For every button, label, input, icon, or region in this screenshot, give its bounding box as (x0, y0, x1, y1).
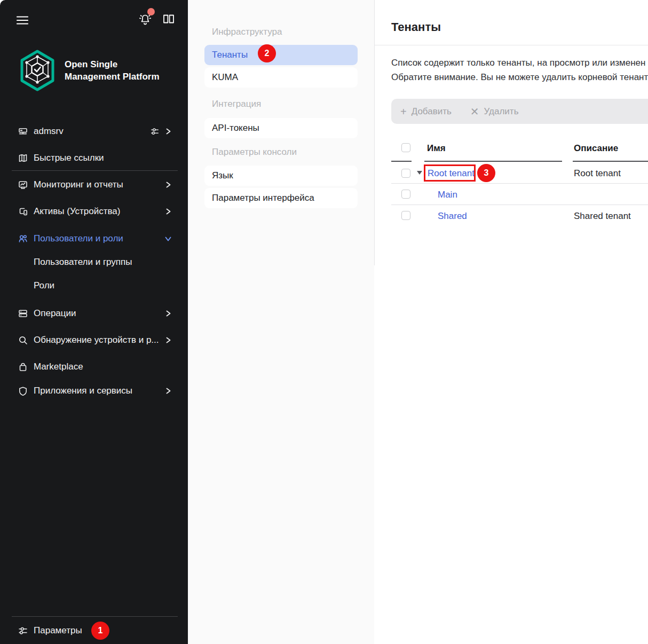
sidebar-item-label: Пользователи и роли (34, 233, 123, 244)
menu-group-infrastructure: Инфраструктура (212, 27, 282, 37)
shopping-bag-icon (18, 362, 28, 372)
sidebar-item-label: Параметры (34, 625, 82, 636)
select-all-checkbox[interactable] (401, 143, 410, 152)
sidebar-divider (12, 170, 178, 171)
menu-item-label: Язык (212, 170, 233, 181)
menu-item-tenants[interactable]: Тенанты (204, 45, 358, 65)
menu-toggle-button[interactable] (15, 13, 29, 27)
menu-item-kuma[interactable]: KUMA (204, 67, 358, 88)
header-underline (424, 161, 562, 162)
chevron-right-icon (164, 336, 172, 344)
devices-icon (18, 206, 28, 217)
chevron-right-icon (164, 310, 172, 317)
chevron-down-icon (164, 235, 172, 242)
sidebar-item-label: Пользователи и группы (34, 257, 132, 268)
menu-item-label: API-токены (212, 123, 259, 133)
annotation-step-1: 1 (91, 622, 109, 640)
sidebar-item-label: admsrv (34, 126, 64, 137)
app-window: Open Single Management Platform admsrv (0, 0, 648, 644)
table-toolbar: + Добавить ✕ Удалить (391, 99, 648, 124)
annotation-step-2: 2 (258, 44, 276, 62)
sidebar-item-label: Приложения и сервисы (34, 386, 132, 396)
sidebar-item-discovery[interactable]: Обнаружение устройств и р... (0, 327, 188, 354)
sidebar-item-assets[interactable]: Активы (Устройства) (0, 198, 188, 225)
app-title: Open Single Management Platform (65, 58, 160, 83)
row-divider (391, 183, 648, 184)
sidebar-item-users-groups[interactable]: Пользователи и группы (0, 249, 188, 276)
monitor-chart-icon (18, 179, 28, 190)
chevron-right-icon (164, 208, 172, 215)
notification-dot (147, 8, 155, 15)
tenant-link-shared[interactable]: Shared (438, 211, 467, 222)
sidebar-item-label: Операции (34, 308, 76, 319)
menu-item-interface[interactable]: Параметры интерфейса (204, 188, 358, 208)
server-icon (18, 126, 28, 137)
annotation-step-3: 3 (477, 164, 495, 182)
add-button-label: Добавить (412, 106, 452, 117)
description-line-1: Список содержит только тенанты, на просм… (391, 56, 648, 70)
menu-group-integration: Интеграция (212, 99, 261, 109)
help-book-icon[interactable] (161, 12, 176, 27)
sidebar-item-label: Активы (Устройства) (34, 206, 120, 217)
row-checkbox[interactable] (401, 190, 410, 199)
sidebar-item-label: Мониторинг и отчеты (34, 179, 123, 190)
sidebar-item-users-roles[interactable]: Пользователи и роли (0, 225, 188, 252)
close-icon: ✕ (470, 106, 479, 117)
sidebar-item-monitoring[interactable]: Мониторинг и отчеты (0, 171, 188, 198)
tenant-description: Root tenant (574, 168, 621, 179)
plus-icon: + (400, 106, 407, 117)
page-title: Тенанты (391, 20, 441, 34)
settings-menu-panel: Инфраструктура Тенанты KUMA Интеграция A… (188, 0, 374, 644)
sidebar-item-admsrv[interactable]: admsrv (0, 118, 188, 145)
delete-button[interactable]: ✕ Удалить (470, 106, 519, 117)
sidebar-item-label: Быстрые ссылки (34, 153, 104, 163)
menu-item-api-tokens[interactable]: API-токены (204, 118, 358, 138)
menu-item-language[interactable]: Язык (204, 166, 358, 186)
brand-hexagon-icon (18, 49, 57, 92)
chevron-right-icon (164, 387, 172, 395)
search-icon (18, 335, 28, 345)
sidebar: Open Single Management Platform admsrv (0, 0, 188, 644)
menu-item-label: Параметры интерфейса (212, 193, 314, 203)
sidebar-item-apps-services[interactable]: Приложения и сервисы (0, 378, 188, 404)
annotation-highlight-box (424, 164, 476, 182)
sidebar-item-label: Роли (34, 280, 54, 291)
sidebar-divider (12, 616, 178, 617)
app-logo: Open Single Management Platform (18, 49, 160, 92)
sidebar-item-operations[interactable]: Операции (0, 300, 188, 327)
server-stack-icon (18, 308, 28, 319)
row-checkbox[interactable] (401, 211, 410, 220)
tenant-link-main[interactable]: Main (438, 190, 457, 200)
panel-divider (374, 0, 375, 265)
shield-icon (18, 386, 28, 396)
sidebar-item-label: Обнаружение устройств и р... (34, 335, 159, 345)
chevron-right-icon (164, 128, 172, 135)
header-underline (573, 161, 648, 162)
notifications-bell-icon[interactable] (138, 12, 153, 27)
menu-item-label: KUMA (212, 72, 238, 83)
sidebar-item-label: Marketplace (34, 362, 83, 372)
header-underline (391, 161, 412, 162)
tenant-description: Shared tenant (574, 211, 631, 222)
sidebar-item-quick-links[interactable]: Быстрые ссылки (0, 145, 188, 171)
column-header-name: Имя (427, 143, 446, 154)
sidebar-item-roles[interactable]: Роли (0, 272, 188, 299)
users-icon (18, 233, 28, 244)
add-button[interactable]: + Добавить (400, 106, 452, 117)
sliders-icon (18, 625, 28, 636)
chevron-right-icon (164, 181, 172, 189)
column-header-description: Описание (574, 143, 618, 154)
description-line-2: Обратите внимание. Вы не можете удалить … (391, 70, 648, 84)
collapse-caret-icon[interactable] (417, 171, 422, 175)
menu-group-console: Параметры консоли (212, 147, 297, 158)
map-icon (18, 153, 28, 163)
menu-item-label: Тенанты (212, 50, 248, 60)
row-divider (391, 205, 648, 205)
sidebar-item-marketplace[interactable]: Marketplace (0, 354, 188, 380)
server-settings-icon[interactable] (150, 127, 160, 136)
title-divider (374, 45, 648, 45)
delete-button-label: Удалить (484, 106, 519, 117)
row-checkbox[interactable] (401, 169, 410, 178)
